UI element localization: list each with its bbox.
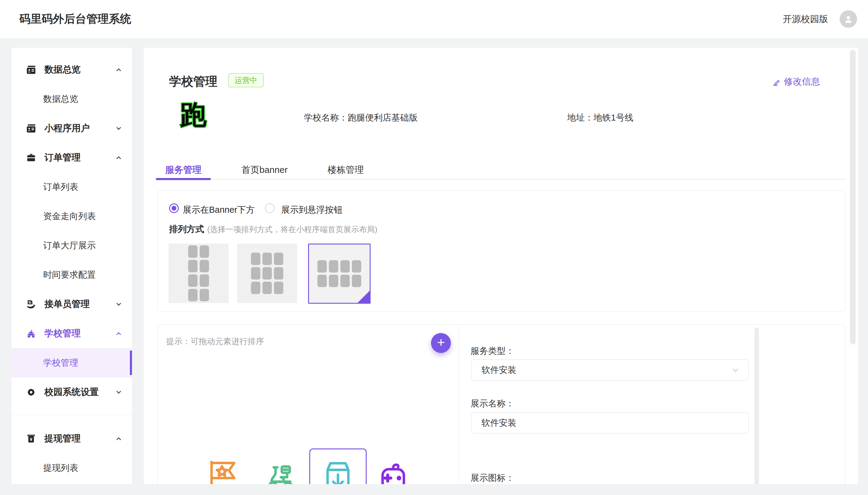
sidebar-item-label: 订单大厅展示: [43, 240, 96, 252]
sidebar-item-data-overview-sub[interactable]: 数据总览: [12, 84, 132, 114]
display-settings-panel: 展示在Banner下方 展示到悬浮按钮 排列方式(选择一项排列方式，将在小程序端…: [157, 190, 845, 311]
chevron-down-icon: [731, 366, 739, 374]
sidebar-item-label: 订单管理: [45, 151, 81, 164]
form-scrollbar[interactable]: [755, 328, 759, 484]
main-card-scrollbar[interactable]: [850, 50, 856, 344]
layout-option-2col[interactable]: [169, 243, 229, 303]
sidebar-item-school-management-sub[interactable]: 学校管理: [12, 348, 132, 377]
tab-service-management[interactable]: 服务管理: [156, 161, 211, 179]
game-controller-icon[interactable]: [378, 460, 408, 484]
install-box-icon: [323, 460, 353, 484]
layout-option-3col[interactable]: [237, 243, 297, 303]
mini-program-users-icon: [26, 123, 36, 134]
tab-building-management[interactable]: 楼栋管理: [318, 161, 373, 179]
app-header: 码里码外后台管理系统 开源校园版: [0, 0, 868, 38]
school-name: 学校名称：跑腿便利店基础版: [304, 112, 418, 124]
sidebar-item-label: 提现列表: [43, 462, 78, 474]
add-service-button[interactable]: +: [431, 333, 451, 353]
display-name-label: 展示名称：: [471, 398, 514, 410]
chevron-up-icon: [115, 330, 122, 337]
gear-icon: [26, 387, 36, 397]
pencil-icon: [772, 78, 781, 86]
sidebar-item-school-management[interactable]: 学校管理: [12, 319, 132, 348]
sidebar-item-time-requirement-config[interactable]: 时间要求配置: [12, 260, 132, 290]
selected-service-card[interactable]: [309, 448, 367, 484]
sidebar-item-courier-management[interactable]: 接单员管理: [12, 290, 132, 319]
chevron-up-icon: [115, 66, 122, 73]
radio-banner-below-label: 展示在Banner下方: [183, 204, 255, 216]
chevron-down-icon: [115, 301, 122, 308]
sidebar-item-withdraw-management[interactable]: ¥ 提现管理: [12, 424, 132, 453]
radio-floating-button[interactable]: [265, 203, 274, 213]
main-content-card: 学校管理 运营中 修改信息 跑 学校名称：跑腿便利店基础版 地址：地铁1号线 服…: [144, 48, 858, 484]
sidebar-item-label: 资金走向列表: [43, 210, 96, 222]
sidebar-item-label: 校园系统设置: [45, 386, 99, 398]
sidebar-item-withdraw-list[interactable]: 提现列表: [12, 453, 132, 483]
service-type-label: 服务类型：: [471, 345, 514, 357]
sidebar-item-label: 订单列表: [43, 181, 78, 193]
layout-option-4col-selected[interactable]: [308, 243, 371, 304]
sidebar-item-miniprogram-users[interactable]: 小程序用户: [12, 114, 132, 143]
person-icon: [843, 14, 853, 24]
school-logo: 跑: [178, 100, 208, 130]
withdraw-icon: ¥: [26, 434, 36, 444]
sidebar-item-data-overview[interactable]: 数据总览: [12, 55, 132, 84]
chevron-up-icon: [115, 435, 122, 442]
scooter-icon[interactable]: [266, 460, 296, 484]
radio-floating-button-label: 展示到悬浮按钮: [281, 204, 342, 216]
sidebar-item-label: 数据总览: [43, 93, 78, 105]
sidebar-item-label: 学校管理: [45, 327, 81, 340]
edition-label: 开源校园版: [783, 13, 828, 25]
sidebar-item-order-management[interactable]: 订单管理: [12, 143, 132, 172]
arrange-mode-note: (选择一项排列方式，将在小程序端首页展示布局): [207, 225, 377, 234]
sidebar-item-label: 提现管理: [45, 432, 81, 445]
svg-text:¥: ¥: [30, 437, 32, 442]
layout-preview-grid: [251, 253, 283, 294]
display-name-input[interactable]: 软件安装: [472, 412, 749, 433]
sidebar-item-label: 数据总览: [45, 64, 81, 76]
arrange-mode-label: 排列方式: [169, 224, 204, 234]
school-address: 地址：地铁1号线: [567, 112, 633, 124]
sidebar-item-label: 时间要求配置: [43, 269, 96, 281]
service-type-select[interactable]: 软件安装: [472, 359, 749, 380]
edit-info-link[interactable]: 修改信息: [772, 75, 820, 88]
school-icon: [26, 328, 36, 339]
display-name-value: 软件安装: [481, 418, 516, 428]
sidebar: 数据总览 数据总览 小程序用户 订单管理 订单列表 资金走向列表 订单大厅展示 …: [12, 48, 132, 484]
data-overview-icon: [26, 65, 36, 75]
page-title: 学校管理: [169, 73, 217, 90]
sidebar-item-campus-system-settings[interactable]: 校园系统设置: [12, 377, 132, 407]
chevron-down-icon: [115, 389, 122, 396]
layout-preview-grid: [188, 245, 209, 301]
briefcase-icon: [26, 153, 36, 163]
display-icon-label: 展示图标：: [471, 472, 514, 484]
status-badge: 运营中: [228, 73, 264, 87]
tab-bar: 服务管理 首页banner 楼栋管理: [156, 161, 846, 180]
app-title: 码里码外后台管理系统: [19, 0, 131, 38]
sidebar-item-order-hall-display[interactable]: 订单大厅展示: [12, 231, 132, 260]
radio-banner-below[interactable]: [169, 203, 179, 213]
service-sort-panel: 提示：可拖动元素进行排序 + 服务类型： 软件安装 展示名称： 软件安装: [157, 324, 845, 484]
flag-icon[interactable]: [208, 460, 238, 484]
sidebar-item-label: 学校管理: [43, 357, 78, 369]
drag-hint: 提示：可拖动元素进行排序: [166, 336, 264, 347]
chevron-down-icon: [115, 125, 122, 132]
user-avatar[interactable]: [839, 10, 857, 28]
sidebar-item-label: 接单员管理: [45, 298, 90, 310]
tab-home-banner[interactable]: 首页banner: [232, 161, 297, 179]
service-type-value: 软件安装: [481, 365, 516, 375]
sidebar-item-label: 小程序用户: [45, 122, 90, 135]
arrange-mode-row: 排列方式(选择一项排列方式，将在小程序端首页展示布局): [169, 223, 377, 235]
layout-preview-grid: [317, 260, 361, 287]
edit-info-label: 修改信息: [784, 75, 820, 88]
courier-icon: [26, 299, 36, 309]
chevron-up-icon: [115, 154, 122, 161]
sidebar-item-fund-flow-list[interactable]: 资金走向列表: [12, 202, 132, 231]
sidebar-item-order-list[interactable]: 订单列表: [12, 172, 132, 202]
